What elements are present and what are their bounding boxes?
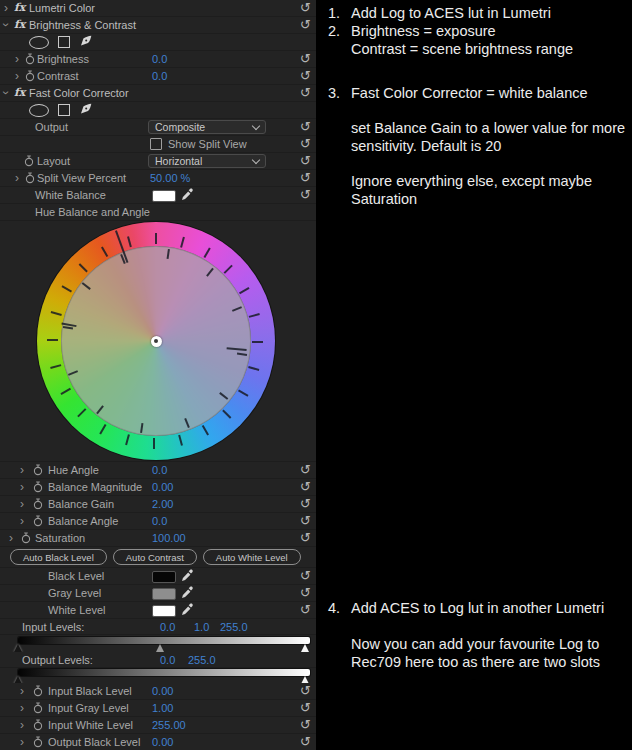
input-black-handle[interactable] <box>14 644 22 652</box>
stopwatch-icon[interactable] <box>33 481 43 497</box>
reset-icon[interactable]: ↺ <box>300 153 311 169</box>
layout-select[interactable]: Horizontal <box>148 154 266 168</box>
reset-icon[interactable]: ↺ <box>300 602 311 618</box>
reset-icon[interactable]: ↺ <box>300 187 311 203</box>
param-value[interactable]: 0.00 <box>152 683 173 699</box>
section-label: Hue Balance and Angle <box>35 204 150 220</box>
ellipse-mask-icon[interactable] <box>29 36 49 49</box>
eyedropper-icon[interactable] <box>181 569 194 586</box>
input-levels-black-value[interactable]: 0.0 <box>160 619 175 635</box>
stopwatch-icon[interactable] <box>33 719 43 735</box>
chevron-down-icon[interactable]: › <box>0 23 14 27</box>
reset-icon[interactable]: ↺ <box>300 585 311 601</box>
output-levels-black-value[interactable]: 0.0 <box>160 652 175 668</box>
stopwatch-icon[interactable] <box>33 702 43 718</box>
reset-icon[interactable]: ↺ <box>300 0 311 16</box>
chevron-right-icon[interactable]: › <box>9 530 13 546</box>
gray-level-swatch[interactable] <box>152 588 176 600</box>
auto-black-level-button[interactable]: Auto Black Level <box>10 549 107 565</box>
reset-icon[interactable]: ↺ <box>300 700 311 716</box>
param-value[interactable]: 0.0 <box>152 513 167 529</box>
chevron-right-icon[interactable]: › <box>20 496 24 512</box>
reset-icon[interactable]: ↺ <box>300 136 311 152</box>
reset-icon[interactable]: ↺ <box>300 170 311 186</box>
reset-icon[interactable]: ↺ <box>300 479 311 495</box>
rectangle-mask-icon[interactable] <box>58 104 70 116</box>
white-balance-swatch[interactable] <box>152 190 176 202</box>
hue-wheel-center-marker[interactable] <box>151 336 162 347</box>
reset-icon[interactable]: ↺ <box>300 51 311 67</box>
row-input-gray-level: › Input Gray Level 1.00 ↺ <box>0 700 316 717</box>
eyedropper-icon[interactable] <box>181 586 194 603</box>
chevron-right-icon[interactable]: › <box>15 68 19 84</box>
stopwatch-icon[interactable] <box>25 172 35 188</box>
param-value[interactable]: 0.00 <box>152 734 173 750</box>
chevron-right-icon[interactable]: › <box>20 462 24 478</box>
show-split-view-checkbox[interactable] <box>150 138 162 150</box>
chevron-right-icon[interactable]: › <box>20 479 24 495</box>
stopwatch-icon[interactable] <box>33 515 43 531</box>
param-label: Black Level <box>48 568 104 584</box>
param-value[interactable]: 2.00 <box>152 496 173 512</box>
reset-icon[interactable]: ↺ <box>300 734 311 750</box>
param-value[interactable]: 100.00 <box>152 530 186 546</box>
param-label: Gray Level <box>48 585 101 601</box>
output-select[interactable]: Composite <box>148 120 266 134</box>
input-gamma-handle[interactable] <box>156 644 164 652</box>
chevron-right-icon[interactable]: › <box>20 734 24 750</box>
input-levels-gamma-value[interactable]: 1.0 <box>194 619 209 635</box>
param-label: Hue Angle <box>48 462 99 478</box>
chevron-right-icon[interactable]: › <box>4 0 8 16</box>
stopwatch-icon[interactable] <box>24 155 34 171</box>
chevron-down-icon[interactable]: › <box>0 91 14 95</box>
reset-icon[interactable]: ↺ <box>300 513 311 529</box>
chevron-right-icon[interactable]: › <box>20 683 24 699</box>
pen-mask-icon[interactable] <box>79 34 93 51</box>
auto-contrast-button[interactable]: Auto Contrast <box>113 549 197 565</box>
reset-icon[interactable]: ↺ <box>300 568 311 584</box>
black-level-swatch[interactable] <box>152 571 176 583</box>
chevron-right-icon[interactable]: › <box>20 700 24 716</box>
param-value[interactable]: 1.00 <box>152 700 173 716</box>
eyedropper-icon[interactable] <box>181 188 194 205</box>
reset-icon[interactable]: ↺ <box>300 17 311 33</box>
param-value[interactable]: 50.00 % <box>150 170 190 186</box>
row-input-black-level: › Input Black Level 0.00 ↺ <box>0 683 316 700</box>
chevron-right-icon[interactable]: › <box>20 717 24 733</box>
reset-icon[interactable]: ↺ <box>300 68 311 84</box>
param-value[interactable]: 0.00 <box>152 479 173 495</box>
output-levels-white-value[interactable]: 255.0 <box>188 652 216 668</box>
param-value[interactable]: 0.0 <box>152 51 167 67</box>
levels-gradient-bar[interactable] <box>18 669 310 676</box>
reset-icon[interactable]: ↺ <box>300 530 311 546</box>
stopwatch-icon[interactable] <box>33 498 43 514</box>
reset-icon[interactable]: ↺ <box>300 85 311 101</box>
pen-mask-icon[interactable] <box>79 102 93 119</box>
stopwatch-icon[interactable] <box>33 736 43 750</box>
auto-white-level-button[interactable]: Auto White Level <box>203 549 301 565</box>
stopwatch-icon[interactable] <box>21 532 31 548</box>
chevron-right-icon[interactable]: › <box>20 513 24 529</box>
stopwatch-icon[interactable] <box>33 464 43 480</box>
rectangle-mask-icon[interactable] <box>58 36 70 48</box>
param-value[interactable]: 0.0 <box>152 68 167 84</box>
param-value[interactable]: 255.00 <box>152 717 186 733</box>
reset-icon[interactable]: ↺ <box>300 496 311 512</box>
levels-gradient-bar[interactable] <box>18 637 310 644</box>
reset-icon[interactable]: ↺ <box>300 462 311 478</box>
white-level-swatch[interactable] <box>152 605 176 617</box>
chevron-right-icon[interactable]: › <box>15 51 19 67</box>
row-effect-lumetri-top: › fx Lumetri Color ↺ <box>0 0 316 17</box>
stopwatch-icon[interactable] <box>25 53 35 69</box>
reset-icon[interactable]: ↺ <box>300 683 311 699</box>
chevron-right-icon[interactable]: › <box>15 170 19 186</box>
stopwatch-icon[interactable] <box>25 70 35 86</box>
eyedropper-icon[interactable] <box>181 603 194 620</box>
stopwatch-icon[interactable] <box>33 685 43 701</box>
param-value[interactable]: 0.0 <box>152 462 167 478</box>
ellipse-mask-icon[interactable] <box>29 104 49 117</box>
input-white-handle[interactable] <box>301 644 309 652</box>
reset-icon[interactable]: ↺ <box>300 119 311 135</box>
reset-icon[interactable]: ↺ <box>300 717 311 733</box>
input-levels-white-value[interactable]: 255.0 <box>220 619 248 635</box>
